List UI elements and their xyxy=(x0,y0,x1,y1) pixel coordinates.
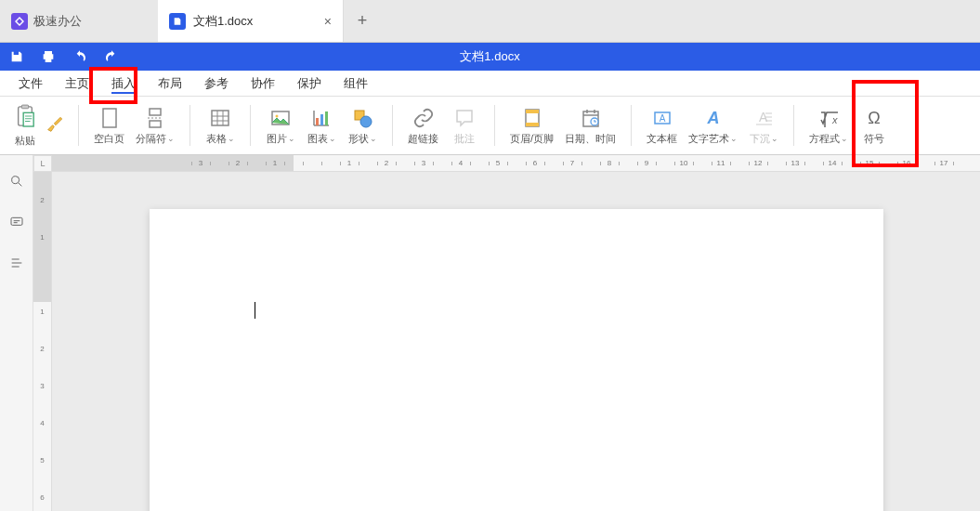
chart-icon xyxy=(310,106,333,130)
equation-icon: x xyxy=(817,106,840,130)
menu-references[interactable]: 参考 xyxy=(193,71,240,96)
symbol-button[interactable]: Ω 符号 xyxy=(854,102,895,150)
symbol-icon: Ω xyxy=(863,106,885,130)
svg-rect-9 xyxy=(316,118,319,125)
link-icon xyxy=(412,106,435,130)
app-title-area: 极速办公 xyxy=(0,0,158,42)
equation-button[interactable]: x 方程式⌄ xyxy=(804,102,854,150)
doc-icon xyxy=(169,13,186,30)
svg-rect-11 xyxy=(325,111,328,125)
svg-rect-3 xyxy=(103,109,116,127)
close-icon[interactable]: × xyxy=(324,14,332,29)
clipboard-icon xyxy=(15,104,35,132)
outline-icon[interactable] xyxy=(9,256,24,274)
svg-rect-5 xyxy=(150,121,161,127)
picture-icon xyxy=(269,106,292,130)
menu-addins[interactable]: 组件 xyxy=(333,71,379,96)
ribbon: 粘贴 空白页 分隔符⌄ 表格⌄ xyxy=(0,97,980,155)
svg-rect-6 xyxy=(212,111,229,125)
print-icon[interactable] xyxy=(41,49,56,64)
svg-text:A: A xyxy=(706,109,719,127)
svg-rect-10 xyxy=(320,114,323,125)
undo-icon[interactable] xyxy=(72,49,87,64)
picture-button[interactable]: 图片⌄ xyxy=(260,102,301,150)
shapes-icon xyxy=(351,106,373,130)
svg-point-25 xyxy=(11,177,19,184)
menu-home[interactable]: 主页 xyxy=(54,71,100,96)
document-area: L 3211234567891011121314151617 211234567… xyxy=(0,155,980,511)
svg-rect-26 xyxy=(11,217,22,225)
menu-file[interactable]: 文件 xyxy=(7,71,54,96)
menu-protect[interactable]: 保护 xyxy=(286,71,333,96)
table-icon xyxy=(209,106,231,130)
svg-rect-1 xyxy=(21,105,28,109)
wordart-icon: A xyxy=(702,106,725,130)
titlebar: 极速办公 文档1.docx × + xyxy=(0,0,980,43)
document-tab[interactable]: 文档1.docx × xyxy=(158,0,344,42)
svg-point-13 xyxy=(360,116,372,127)
horizontal-ruler[interactable]: 3211234567891011121314151617 xyxy=(52,155,980,172)
blank-page-button[interactable]: 空白页 xyxy=(88,102,130,150)
dropcap-button[interactable]: A 下沉⌄ xyxy=(743,102,784,150)
table-button[interactable]: 表格⌄ xyxy=(200,102,241,150)
svg-rect-2 xyxy=(23,112,33,126)
paste-button[interactable]: 粘贴 xyxy=(11,100,39,151)
menu-layout[interactable]: 布局 xyxy=(147,71,193,96)
document-page[interactable] xyxy=(150,209,883,511)
search-icon[interactable] xyxy=(9,174,24,192)
svg-rect-16 xyxy=(526,123,539,126)
calendar-icon xyxy=(580,106,602,130)
save-icon[interactable] xyxy=(9,49,24,64)
textbox-button[interactable]: A 文本框 xyxy=(641,102,683,150)
app-icon xyxy=(11,13,28,30)
textbox-icon: A xyxy=(651,106,673,130)
blank-page-icon xyxy=(98,106,121,130)
format-painter-icon[interactable] xyxy=(43,111,69,140)
menu-bar: 文件 主页 插入 布局 参考 协作 保护 组件 xyxy=(0,71,980,97)
page-break-button[interactable]: 分隔符⌄ xyxy=(130,102,180,150)
ruler-corner: L xyxy=(33,155,52,172)
page-viewport[interactable] xyxy=(52,172,980,511)
redo-icon[interactable] xyxy=(104,49,119,64)
svg-text:Ω: Ω xyxy=(868,109,880,127)
quick-access-bar: 文档1.docx xyxy=(0,43,980,71)
menu-collab[interactable]: 协作 xyxy=(240,71,286,96)
app-name: 极速办公 xyxy=(33,13,82,30)
comments-panel-icon[interactable] xyxy=(9,215,24,233)
shapes-button[interactable]: 形状⌄ xyxy=(342,102,383,150)
header-footer-icon xyxy=(521,106,543,130)
dropcap-icon: A xyxy=(752,106,775,130)
svg-text:x: x xyxy=(831,114,838,125)
comment-icon xyxy=(453,106,476,130)
vertical-ruler[interactable]: 2112345678 xyxy=(33,172,52,511)
date-time-button[interactable]: 日期、时间 xyxy=(559,102,621,150)
comment-button[interactable]: 批注 xyxy=(444,102,485,150)
header-footer-button[interactable]: 页眉/页脚 xyxy=(504,102,559,150)
svg-rect-4 xyxy=(150,109,161,115)
page-break-icon xyxy=(144,106,166,130)
document-title: 文档1.docx xyxy=(460,48,519,65)
menu-insert[interactable]: 插入 xyxy=(100,71,147,96)
document-main: L 3211234567891011121314151617 211234567… xyxy=(33,155,980,511)
text-cursor xyxy=(255,302,256,319)
wordart-button[interactable]: A 文字艺术⌄ xyxy=(683,102,743,150)
hyperlink-button[interactable]: 超链接 xyxy=(402,102,444,150)
svg-rect-15 xyxy=(526,110,539,113)
svg-text:A: A xyxy=(659,113,665,124)
clipboard-group: 粘贴 xyxy=(6,97,74,154)
new-tab-button[interactable]: + xyxy=(344,0,381,42)
chart-button[interactable]: 图表⌄ xyxy=(301,102,342,150)
svg-point-8 xyxy=(276,114,279,117)
left-sidebar xyxy=(0,155,33,511)
tab-name: 文档1.docx xyxy=(193,13,317,30)
